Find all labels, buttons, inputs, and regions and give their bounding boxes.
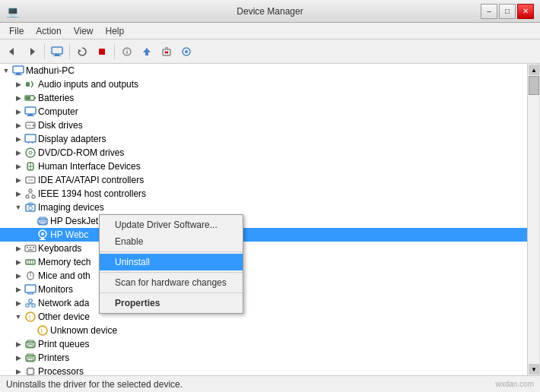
- tree-label-processors: Processors: [38, 366, 84, 375]
- svg-point-34: [29, 151, 32, 154]
- ctx-sep-2: [100, 272, 243, 273]
- title-bar: 💻 Device Manager – □ ✕: [0, 0, 540, 23]
- tree-label-monitors: Monitors: [38, 284, 73, 295]
- title-bar-left: 💻: [6, 5, 19, 17]
- tree-label-mice: Mice and oth: [38, 270, 91, 281]
- properties-toolbar-button[interactable]: [118, 43, 136, 61]
- other-icon: !: [24, 311, 37, 323]
- tree-item-monitors[interactable]: ▶ Monitors: [0, 283, 539, 296]
- svg-rect-54: [40, 239, 46, 240]
- tree-item-batteries[interactable]: ▶ Batteries: [0, 91, 539, 105]
- processor-icon: [24, 365, 37, 375]
- tree-item-other[interactable]: ▼ ! Other device: [0, 310, 539, 324]
- computer2-icon: [24, 106, 37, 118]
- tree-item-memory[interactable]: ▶ Memory tech: [0, 255, 539, 269]
- watermark: wxdan.com: [495, 380, 534, 388]
- tree-item-mice[interactable]: ▶ Mice and oth: [0, 269, 539, 283]
- tree-item-printers[interactable]: ▶ Printers: [0, 351, 539, 365]
- stop-button[interactable]: [93, 43, 111, 61]
- tree-label-keyboards: Keyboards: [38, 243, 81, 254]
- ide-icon: [24, 174, 37, 186]
- tree-item-computer[interactable]: ▶ Computer: [0, 105, 539, 119]
- ctx-properties[interactable]: Properties: [100, 295, 243, 311]
- refresh-button[interactable]: [73, 43, 91, 61]
- svg-text:!: !: [29, 314, 31, 321]
- svg-point-46: [29, 207, 33, 210]
- svg-rect-70: [26, 304, 29, 307]
- title-bar-buttons: – □ ✕: [481, 4, 534, 19]
- expand-icon-hid: ▶: [14, 162, 23, 171]
- ctx-enable[interactable]: Enable: [100, 233, 243, 250]
- svg-marker-1: [30, 48, 35, 55]
- tree-label-ieee: IEEE 1394 host controllers: [38, 188, 146, 199]
- tree-item-keyboards[interactable]: ▶ Keyboards: [0, 242, 539, 255]
- svg-rect-4: [53, 55, 61, 56]
- mouse-icon: [24, 270, 37, 282]
- tree-item-hp-deskjet[interactable]: HP DeskJet 3830 series (NET): [0, 214, 539, 228]
- svg-line-44: [30, 192, 33, 195]
- ctx-scan[interactable]: Scan for hardware changes: [100, 274, 243, 291]
- svg-rect-20: [26, 82, 30, 87]
- back-button[interactable]: [3, 43, 21, 61]
- svg-point-42: [32, 195, 35, 198]
- tree-item-disk[interactable]: ▶ Disk drives: [0, 119, 539, 132]
- scrollbar-track[interactable]: ▲ ▼: [527, 64, 539, 375]
- svg-rect-19: [14, 74, 22, 75]
- menu-help[interactable]: Help: [100, 24, 131, 38]
- tree-label-hp-webcam: HP Webc: [50, 229, 88, 240]
- ctx-update-driver[interactable]: Update Driver Software...: [100, 217, 243, 233]
- tree-item-processors[interactable]: ▶ Processors: [0, 365, 539, 375]
- ctx-uninstall[interactable]: Uninstall: [100, 254, 243, 270]
- tree-item-unknown[interactable]: ! Unknown device: [0, 324, 539, 337]
- ieee-icon: [24, 188, 37, 200]
- ctx-sep-3: [100, 292, 243, 293]
- svg-point-9: [126, 49, 128, 50]
- update-driver-toolbar-button[interactable]: [138, 43, 156, 61]
- scrollbar-thumb[interactable]: [529, 76, 539, 95]
- menu-view[interactable]: View: [68, 24, 100, 38]
- restore-button[interactable]: □: [499, 4, 516, 19]
- tree-item-ieee[interactable]: ▶ IEEE 1394 host controllers: [0, 187, 539, 201]
- svg-rect-57: [30, 247, 31, 248]
- disk-icon: [24, 119, 37, 131]
- tree-item-imaging[interactable]: ▼ Imaging devices: [0, 201, 539, 214]
- status-bar: Uninstalls the driver for the selected d…: [0, 375, 540, 392]
- tree-label-unknown: Unknown device: [50, 325, 117, 336]
- expand-icon-other: ▼: [14, 312, 23, 321]
- status-text: Uninstalls the driver for the selected d…: [6, 379, 183, 390]
- tree-item-audio[interactable]: ▶ Audio inputs and outputs: [0, 77, 539, 91]
- window-title: Device Manager: [237, 6, 303, 17]
- tree-item-ide[interactable]: ▶ IDE ATA/ATAPI controllers: [0, 173, 539, 187]
- expand-icon-batteries: ▶: [14, 93, 23, 103]
- menu-action[interactable]: Action: [30, 24, 67, 38]
- tree-item-dvd[interactable]: ▶ DVD/CD-ROM drives: [0, 146, 539, 160]
- expand-icon-dvd: ▶: [14, 148, 23, 157]
- main-area: ▼ Madhuri-PC ▶ Audio inputs and outputs …: [0, 64, 540, 375]
- tree-item-print-queues[interactable]: ▶ Print queues: [0, 337, 539, 351]
- svg-rect-66: [25, 285, 36, 292]
- uninstall-toolbar-button[interactable]: [157, 43, 176, 61]
- close-button[interactable]: ✕: [517, 4, 534, 19]
- tree-item-hp-webcam[interactable]: HP Webc: [0, 228, 539, 242]
- tree-scroll[interactable]: ▼ Madhuri-PC ▶ Audio inputs and outputs …: [0, 64, 539, 375]
- printer-icon: [37, 215, 49, 227]
- tree-item-display[interactable]: ▶ Display adapters: [0, 132, 539, 146]
- tree-item-network[interactable]: ▶ Network ada: [0, 296, 539, 310]
- printers-icon: [24, 352, 37, 364]
- minimize-button[interactable]: –: [481, 4, 497, 19]
- expand-icon-printers: ▶: [14, 353, 23, 362]
- tree-item-madhuri-pc[interactable]: ▼ Madhuri-PC: [0, 64, 539, 77]
- svg-rect-71: [32, 304, 35, 307]
- tree-label-madhuri-pc: Madhuri-PC: [26, 65, 75, 76]
- toolbar: [0, 40, 540, 64]
- computer-button[interactable]: [48, 43, 66, 61]
- forward-button[interactable]: [23, 43, 41, 61]
- menu-file[interactable]: File: [3, 24, 30, 38]
- svg-marker-5: [78, 49, 81, 52]
- audio-icon: [24, 78, 37, 90]
- toolbar-sep-2: [69, 44, 70, 59]
- scan-toolbar-button[interactable]: [177, 43, 195, 61]
- expand-icon-network: ▶: [14, 299, 23, 308]
- battery-icon: [24, 92, 37, 104]
- tree-item-hid[interactable]: ▶ Human Interface Devices: [0, 160, 539, 173]
